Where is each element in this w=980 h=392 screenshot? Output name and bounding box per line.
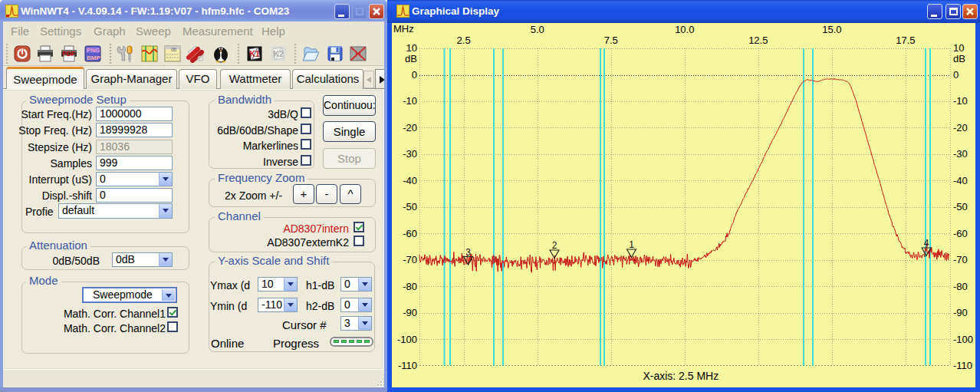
svg-text:BMP: BMP [87, 54, 100, 61]
svg-text:-100: -100 [397, 334, 417, 345]
svg-text:4: 4 [924, 238, 929, 249]
svg-text:-30: -30 [403, 148, 417, 160]
svg-text:X-axis: 2.5 MHz: X-axis: 2.5 MHz [643, 370, 719, 382]
svg-text:dB: dB [953, 53, 965, 64]
svg-text:-70: -70 [953, 254, 968, 265]
svg-text:2: 2 [552, 240, 557, 251]
svg-text:PNG: PNG [87, 47, 100, 54]
svg-text:db: db [171, 47, 177, 52]
svg-text:10.0: 10.0 [675, 24, 694, 35]
svg-text:-40: -40 [403, 175, 417, 186]
svg-text:K1: K1 [250, 49, 261, 58]
svg-text:-20: -20 [403, 122, 417, 133]
svg-text:1: 1 [629, 239, 634, 250]
svg-text:17.5: 17.5 [896, 35, 915, 46]
svg-text:-60: -60 [403, 228, 417, 239]
svg-text:15.0: 15.0 [822, 24, 841, 35]
svg-text:-30: -30 [953, 148, 968, 160]
svg-text:-10: -10 [403, 95, 417, 107]
svg-text:-110: -110 [398, 360, 417, 371]
svg-text:10: 10 [406, 42, 417, 54]
svg-text:-50: -50 [403, 201, 417, 212]
svg-text:12.5: 12.5 [748, 35, 768, 46]
svg-text:-90: -90 [403, 307, 417, 318]
svg-text:3: 3 [465, 247, 471, 258]
svg-text:dB: dB [405, 53, 417, 64]
svg-text:-100: -100 [953, 334, 973, 345]
svg-text:-110: -110 [953, 360, 972, 371]
svg-text:-80: -80 [403, 281, 417, 292]
svg-text:-90: -90 [953, 307, 968, 318]
svg-text:-60: -60 [953, 228, 968, 239]
svg-text:-70: -70 [403, 254, 417, 265]
svg-text:-20: -20 [953, 122, 968, 133]
svg-text:MHz: MHz [393, 23, 414, 35]
svg-text:0: 0 [953, 69, 959, 81]
svg-text:-10: -10 [953, 95, 968, 107]
svg-text:2.5: 2.5 [457, 35, 471, 46]
svg-text:10: 10 [953, 42, 964, 54]
svg-text:-40: -40 [953, 175, 968, 186]
svg-text:7.5: 7.5 [604, 35, 618, 46]
svg-text:-80: -80 [953, 281, 968, 292]
svg-text:5.0: 5.0 [531, 24, 544, 35]
svg-text:K2: K2 [274, 49, 284, 58]
svg-text:PDF: PDF [62, 50, 75, 58]
svg-text:-50: -50 [953, 201, 968, 212]
svg-text:0: 0 [412, 69, 417, 81]
